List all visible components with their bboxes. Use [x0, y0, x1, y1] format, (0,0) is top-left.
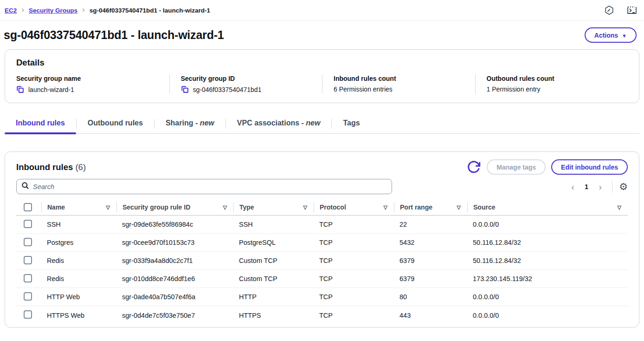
previous-page-button[interactable]: ‹ — [567, 182, 578, 191]
cell-rule-id: sgr-09de63fe55f86984c — [116, 221, 233, 228]
table-row: Postgres sgr-0cee9d70f10153c73 PostgreSQ… — [16, 234, 628, 252]
cell-type: PostgreSQL — [233, 239, 314, 246]
table-row: SSH sgr-09de63fe55f86984c SSH TCP 22 0.0… — [16, 216, 628, 234]
column-header-port-range[interactable]: Port range ▽ — [394, 202, 467, 212]
cell-source: 50.116.12.84/32 — [467, 239, 628, 246]
table-toolbar: ‹ 1 › ⚙ — [16, 179, 628, 194]
search-icon — [21, 182, 29, 191]
page-title: sg-046f0337540471bd1 - launch-wizard-1 — [4, 28, 224, 42]
column-header-protocol[interactable]: Protocol ▽ — [314, 202, 394, 212]
field-outbound-rules-count: Outbound rules count 1 Permission entry — [475, 75, 628, 93]
cell-name: Postgres — [41, 239, 116, 246]
hexagon-status-icon[interactable] — [604, 5, 614, 15]
field-label: Security group ID — [181, 75, 315, 82]
cell-rule-id: sgr-033f9a4a8d0c2c7f1 — [116, 257, 233, 264]
divider — [612, 181, 612, 193]
filter-icon[interactable]: ▽ — [223, 204, 227, 210]
breadcrumb-bar: EC2 › Security Groups › sg-046f033754047… — [0, 0, 644, 21]
cell-port-range: 6379 — [394, 275, 467, 282]
cloudshell-icon[interactable] — [626, 5, 638, 15]
filter-icon[interactable]: ▽ — [618, 204, 621, 210]
filter-icon[interactable]: ▽ — [384, 204, 387, 210]
tab-new-badge: new — [200, 119, 214, 127]
tab-label: Sharing - — [166, 119, 198, 127]
cell-rule-id: sgr-010dd8ce746ddf1e6 — [116, 275, 233, 282]
details-card: Details Security group name launch-wizar… — [5, 49, 639, 103]
tab-sharing[interactable]: Sharing - new — [155, 117, 225, 133]
tab-label: Outbound rules — [88, 119, 143, 127]
search-box[interactable] — [16, 179, 392, 194]
cell-rule-id: sgr-0cee9d70f10153c73 — [116, 239, 233, 246]
cell-name: Redis — [41, 257, 116, 264]
cell-rule-id: sgr-0d4de7c5f03e750e7 — [116, 312, 233, 319]
field-security-group-name: Security group name launch-wizard-1 — [16, 75, 169, 93]
tab-vpc-associations[interactable]: VPC associations - new — [226, 117, 332, 133]
column-header-type[interactable]: Type ▽ — [233, 202, 314, 212]
field-label: Outbound rules count — [487, 75, 621, 82]
tab-label: VPC associations - — [237, 119, 304, 127]
row-checkbox[interactable] — [24, 256, 32, 264]
cell-type: Custom TCP — [233, 257, 314, 264]
cell-source: 0.0.0.0/0 — [467, 221, 628, 228]
inbound-rules-table: Name ▽ Security group rule ID ▽ Type ▽ P… — [16, 199, 628, 324]
row-checkbox[interactable] — [24, 310, 32, 319]
cell-port-range: 22 — [394, 221, 467, 228]
manage-tags-button[interactable]: Manage tags — [487, 159, 546, 175]
table-row: HTTPS Web sgr-0d4de7c5f03e750e7 HTTPS TC… — [16, 306, 628, 324]
current-page-number[interactable]: 1 — [581, 183, 592, 190]
cell-source: 50.116.12.84/32 — [467, 257, 628, 264]
cell-protocol: TCP — [314, 275, 394, 282]
refresh-button[interactable] — [466, 160, 481, 175]
panel-count: (6) — [75, 162, 86, 172]
field-value: sg-046f0337540471bd1 — [193, 86, 262, 93]
cell-port-range: 80 — [394, 293, 467, 301]
cell-name: HTTP Web — [41, 293, 116, 301]
filter-icon[interactable]: ▽ — [457, 204, 461, 210]
cell-protocol: TCP — [314, 221, 394, 228]
breadcrumb-current: sg-046f0337540471bd1 - launch-wizard-1 — [90, 7, 210, 14]
breadcrumb-link-ec2[interactable]: EC2 — [5, 7, 17, 14]
field-value: 1 Permission entry — [487, 85, 541, 93]
copy-icon[interactable] — [181, 85, 189, 93]
copy-icon[interactable] — [16, 85, 24, 93]
field-value: launch-wizard-1 — [28, 86, 74, 93]
table-row: HTTP Web sgr-0ade40a7b507e4f6a HTTP TCP … — [16, 288, 628, 306]
tab-new-badge: new — [306, 119, 320, 127]
actions-button-label: Actions — [594, 32, 618, 39]
settings-gear-icon[interactable]: ⚙ — [619, 182, 628, 191]
select-all-checkbox[interactable] — [24, 203, 32, 211]
field-label: Security group name — [16, 75, 162, 82]
topbar-icons — [604, 5, 638, 15]
tab-label: Tags — [343, 119, 360, 127]
row-checkbox[interactable] — [24, 220, 32, 228]
filter-icon[interactable]: ▽ — [106, 204, 110, 210]
column-header-name[interactable]: Name ▽ — [41, 202, 116, 212]
title-row: sg-046f0337540471bd1 - launch-wizard-1 A… — [0, 21, 644, 47]
column-header-source[interactable]: Source ▽ — [467, 202, 628, 212]
tab-outbound-rules[interactable]: Outbound rules — [77, 117, 154, 133]
row-checkbox[interactable] — [24, 274, 32, 282]
row-checkbox[interactable] — [24, 238, 32, 246]
edit-inbound-rules-button[interactable]: Edit inbound rules — [551, 159, 628, 175]
row-checkbox[interactable] — [24, 292, 32, 301]
next-page-button[interactable]: › — [595, 182, 605, 191]
panel-header: Inbound rules (6) Manage tags Edit inbou… — [16, 159, 628, 175]
caret-down-icon: ▼ — [622, 33, 627, 39]
filter-icon[interactable]: ▽ — [303, 204, 307, 210]
breadcrumb-link-security-groups[interactable]: Security Groups — [29, 7, 77, 14]
chevron-right-icon: › — [82, 5, 85, 14]
details-title: Details — [16, 58, 628, 68]
cell-type: SSH — [233, 221, 314, 228]
cell-protocol: TCP — [314, 312, 394, 319]
cell-name: SSH — [41, 221, 116, 228]
tab-inbound-rules[interactable]: Inbound rules — [5, 117, 76, 133]
tab-tags[interactable]: Tags — [332, 117, 371, 133]
actions-button[interactable]: Actions ▼ — [585, 27, 637, 43]
cell-type: Custom TCP — [233, 275, 314, 282]
details-grid: Security group name launch-wizard-1 Secu… — [16, 75, 628, 93]
search-input[interactable] — [33, 183, 387, 190]
cell-protocol: TCP — [314, 257, 394, 264]
table-row: Redis sgr-010dd8ce746ddf1e6 Custom TCP T… — [16, 270, 628, 288]
cell-port-range: 443 — [394, 312, 467, 319]
column-header-rule-id[interactable]: Security group rule ID ▽ — [116, 202, 233, 212]
